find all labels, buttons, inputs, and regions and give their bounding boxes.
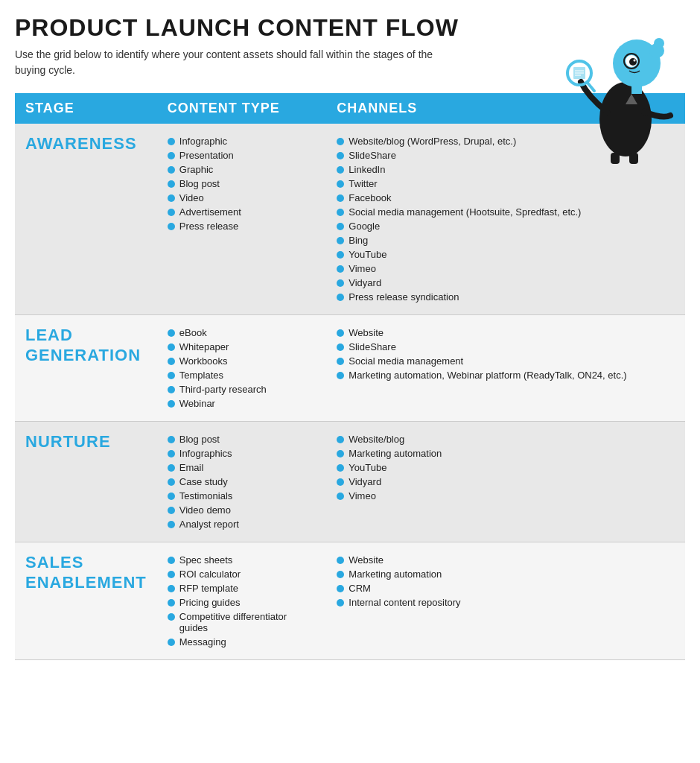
bullet-dot bbox=[168, 152, 175, 159]
list-item: Whitepaper bbox=[168, 340, 316, 354]
list-item: Bing bbox=[337, 233, 675, 247]
list-item-text: Infographics bbox=[179, 448, 232, 459]
bullet-dot bbox=[337, 209, 344, 216]
bullet-dot bbox=[168, 358, 175, 365]
bullet-dot bbox=[337, 358, 344, 365]
bullet-dot bbox=[168, 507, 175, 514]
bullet-dot bbox=[168, 571, 175, 578]
list-item-text: Internal content repository bbox=[349, 597, 460, 608]
list-item: Case study bbox=[168, 475, 316, 489]
bullet-dot bbox=[168, 372, 175, 379]
list-item: Press release syndication bbox=[337, 290, 675, 304]
list-item: Internal content repository bbox=[337, 595, 675, 610]
list-item-text: Bing bbox=[349, 235, 368, 246]
list-item-text: Vimeo bbox=[349, 263, 376, 274]
list-item: SlideShare bbox=[337, 340, 675, 354]
bullet-dot bbox=[337, 464, 344, 472]
bullet-dot bbox=[337, 436, 344, 443]
bullet-dot bbox=[337, 180, 344, 188]
bullet-dot bbox=[168, 639, 175, 646]
list-item: Marketing automation bbox=[337, 567, 675, 581]
list-item: Advertisement bbox=[168, 205, 316, 219]
list-item-text: Vidyard bbox=[349, 476, 381, 487]
list-item-text: Third-party research bbox=[179, 384, 267, 395]
character-illustration bbox=[566, 7, 685, 156]
bullet-dot bbox=[337, 557, 344, 564]
bullet-dot bbox=[168, 436, 175, 443]
list-item: Email bbox=[168, 460, 316, 475]
svg-rect-15 bbox=[611, 153, 620, 164]
bullet-dot bbox=[337, 237, 344, 244]
list-item-text: Website/blog bbox=[349, 434, 404, 445]
list-item: YouTube bbox=[337, 247, 675, 262]
list-item-text: Workbooks bbox=[179, 355, 228, 367]
list-item-text: Pricing guides bbox=[179, 597, 241, 608]
list-item: Infographics bbox=[168, 446, 316, 460]
bullet-dot bbox=[337, 294, 344, 301]
list-item: Press release bbox=[168, 219, 316, 233]
list-item: Website bbox=[337, 553, 675, 567]
list-item: Third-party research bbox=[168, 382, 316, 396]
bullet-dot bbox=[168, 343, 175, 351]
list-item: Competitive differentiator guides bbox=[168, 610, 316, 635]
list-item: Messaging bbox=[168, 635, 316, 649]
bullet-dot bbox=[168, 585, 175, 592]
list-item: Blog post bbox=[168, 177, 316, 191]
bullet-dot bbox=[337, 194, 344, 202]
content-cell-3: Spec sheetsROI calculatorRFP templatePri… bbox=[157, 542, 327, 660]
list-item-text: YouTube bbox=[349, 249, 386, 260]
list-item: Website bbox=[337, 326, 675, 340]
content-cell-2: Blog postInfographicsEmailCase studyTest… bbox=[157, 422, 327, 542]
list-item-text: Video demo bbox=[179, 504, 231, 516]
list-item: Webinar bbox=[168, 396, 316, 411]
col-header-stage: STAGE bbox=[15, 93, 157, 124]
bullet-dot bbox=[337, 450, 344, 458]
bullet-dot bbox=[168, 386, 175, 393]
list-item: Social media management (Hootsuite, Spre… bbox=[337, 205, 675, 219]
list-item: Pricing guides bbox=[168, 595, 316, 610]
list-item: Social media management bbox=[337, 354, 675, 368]
list-item-text: ROI calculator bbox=[179, 569, 241, 580]
stage-cell-1: LEAD GENERATION bbox=[15, 315, 157, 422]
stage-cell-0: AWARENESS bbox=[15, 124, 157, 315]
bullet-dot bbox=[168, 138, 175, 145]
list-item-text: Spec sheets bbox=[179, 554, 233, 566]
bullet-dot bbox=[168, 166, 175, 174]
list-item-text: SlideShare bbox=[349, 150, 396, 161]
list-item-text: CRM bbox=[349, 583, 371, 594]
list-item: Spec sheets bbox=[168, 553, 316, 567]
content-cell-1: eBookWhitepaperWorkbooksTemplatesThird-p… bbox=[157, 315, 327, 422]
svg-rect-8 bbox=[631, 85, 642, 94]
bullet-dot bbox=[337, 343, 344, 351]
table-row: SALES ENABLEMENTSpec sheetsROI calculato… bbox=[15, 542, 685, 660]
list-item-text: Templates bbox=[179, 370, 223, 381]
list-item-text: Blog post bbox=[179, 178, 220, 189]
svg-rect-16 bbox=[629, 153, 638, 164]
table-row: NURTUREBlog postInfographicsEmailCase st… bbox=[15, 422, 685, 542]
bullet-dot bbox=[168, 329, 175, 337]
bullet-dot bbox=[337, 138, 344, 145]
bullet-dot bbox=[337, 478, 344, 486]
bullet-dot bbox=[337, 599, 344, 607]
list-item-text: Marketing automation bbox=[349, 569, 442, 580]
list-item: Workbooks bbox=[168, 354, 316, 368]
list-item: Analyst report bbox=[168, 517, 316, 531]
list-item: CRM bbox=[337, 581, 675, 595]
svg-point-6 bbox=[634, 60, 636, 62]
list-item-text: Twitter bbox=[349, 178, 377, 189]
subtitle: Use the grid below to identify where you… bbox=[15, 47, 462, 78]
bullet-dot bbox=[168, 450, 175, 458]
bullet-dot bbox=[168, 613, 175, 621]
list-item: LinkedIn bbox=[337, 162, 675, 177]
bullet-dot bbox=[337, 279, 344, 287]
list-item: Blog post bbox=[168, 432, 316, 446]
list-item: Vimeo bbox=[337, 489, 675, 503]
list-item-text: Social media management bbox=[349, 355, 463, 367]
channels-cell-2: Website/blogMarketing automationYouTubeV… bbox=[326, 422, 685, 542]
svg-point-0 bbox=[599, 82, 652, 156]
list-item: RFP template bbox=[168, 581, 316, 595]
bullet-dot bbox=[337, 585, 344, 592]
list-item-text: Infographic bbox=[179, 136, 227, 147]
list-item: Vidyard bbox=[337, 475, 675, 489]
bullet-dot bbox=[168, 493, 175, 500]
